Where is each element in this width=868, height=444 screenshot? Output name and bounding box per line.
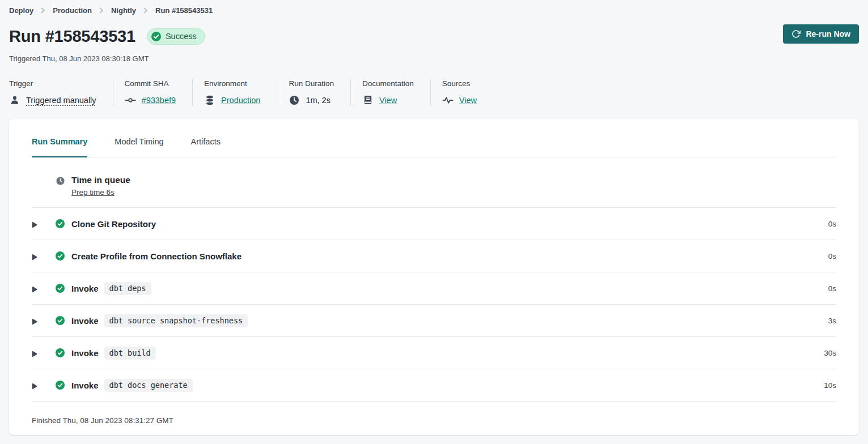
meta-commit-label: Commit SHA	[125, 79, 176, 88]
step-command-chip: dbt source snapshot-freshness	[104, 314, 248, 327]
meta-commit-sha: Commit SHA #933bef9	[125, 79, 193, 106]
run-summary-card: Run Summary Model Timing Artifacts Time …	[9, 119, 859, 435]
expand-triangle-icon[interactable]	[32, 348, 37, 360]
tab-bar: Run Summary Model Timing Artifacts	[32, 119, 836, 157]
tab-model-timing[interactable]: Model Timing	[115, 137, 163, 157]
check-circle-icon	[151, 32, 161, 41]
documentation-view-link[interactable]: View	[379, 96, 397, 105]
step-row-create-profile[interactable]: Create Profile from Connection Snowflake…	[32, 240, 836, 272]
environment-link[interactable]: Production	[221, 96, 260, 105]
step-row-docs-generate[interactable]: Invoke dbt docs generate 10s	[32, 369, 836, 402]
run-meta-row: Trigger Triggered manually Commit SHA #9…	[9, 79, 859, 106]
step-title: Clone Git Repository	[71, 219, 156, 229]
status-badge: Success	[147, 28, 205, 45]
meta-sources: Sources View	[442, 79, 493, 106]
check-circle-icon	[56, 348, 65, 357]
tab-run-summary[interactable]: Run Summary	[32, 137, 87, 157]
chevron-right-icon	[143, 7, 148, 14]
time-in-queue-row: Time in queue Prep time 6s	[32, 157, 836, 208]
step-duration: 3s	[828, 317, 836, 325]
step-duration: 10s	[824, 381, 836, 390]
meta-trigger: Trigger Triggered manually	[9, 79, 113, 106]
step-row-dbt-build[interactable]: Invoke dbt build 30s	[32, 337, 836, 369]
step-row-dbt-deps[interactable]: Invoke dbt deps 0s	[32, 272, 836, 305]
sources-view-link[interactable]: View	[459, 96, 477, 105]
meta-environment-label: Environment	[204, 79, 260, 88]
page-title: Run #158543531	[9, 27, 136, 46]
tab-artifacts[interactable]: Artifacts	[191, 137, 221, 157]
chevron-right-icon	[99, 7, 104, 14]
run-detail-page: Deploy Production Nightly Run #158543531…	[0, 0, 868, 435]
step-title: Invoke	[71, 348, 99, 358]
meta-sources-label: Sources	[442, 79, 477, 88]
triggered-timestamp: Triggered Thu, 08 Jun 2023 08:30:18 GMT	[9, 54, 859, 63]
duration-value: 1m, 2s	[306, 96, 331, 105]
expand-triangle-icon[interactable]	[32, 219, 37, 230]
meta-duration-label: Run Duration	[289, 79, 334, 88]
step-duration: 0s	[828, 220, 836, 228]
expand-triangle-icon[interactable]	[32, 251, 37, 263]
check-circle-icon	[56, 316, 65, 325]
prep-time-link[interactable]: Prep time 6s	[71, 188, 115, 197]
trigger-value[interactable]: Triggered manually	[26, 96, 96, 105]
step-title: Invoke	[71, 381, 99, 390]
meta-documentation: Documentation View	[362, 79, 431, 106]
step-duration: 30s	[824, 349, 836, 357]
meta-trigger-label: Trigger	[9, 79, 96, 88]
refresh-icon	[791, 29, 801, 39]
check-circle-icon	[56, 284, 65, 293]
breadcrumb-item-production[interactable]: Production	[53, 6, 92, 15]
step-title: Invoke	[71, 284, 99, 293]
breadcrumb-item-deploy[interactable]: Deploy	[9, 6, 33, 15]
commit-sha-link[interactable]: #933bef9	[142, 96, 176, 105]
clock-icon	[289, 95, 300, 106]
check-circle-icon	[56, 251, 65, 261]
expand-triangle-icon[interactable]	[32, 284, 37, 295]
step-command-chip: dbt docs generate	[104, 379, 193, 392]
step-command-chip: dbt deps	[104, 282, 151, 295]
breadcrumb: Deploy Production Nightly Run #158543531	[9, 6, 859, 15]
finished-timestamp: Finished Thu, 08 Jun 2023 08:31:27 GMT	[32, 402, 836, 425]
breadcrumb-item-run: Run #158543531	[155, 6, 213, 15]
git-commit-icon	[125, 95, 136, 106]
step-list: Clone Git Repository 0s Create Profile f…	[32, 208, 836, 402]
step-title: Create Profile from Connection Snowflake	[71, 251, 242, 261]
expand-triangle-icon[interactable]	[32, 381, 37, 392]
check-circle-icon	[56, 219, 65, 228]
status-badge-label: Success	[166, 32, 197, 41]
queue-clock-icon	[56, 176, 65, 186]
rerun-now-button[interactable]: Re-run Now	[783, 24, 859, 44]
breadcrumb-item-nightly[interactable]: Nightly	[111, 6, 136, 15]
step-row-clone-git[interactable]: Clone Git Repository 0s	[32, 208, 836, 240]
queue-title: Time in queue	[71, 175, 130, 185]
database-icon	[204, 95, 215, 106]
check-circle-icon	[56, 381, 65, 390]
pulse-icon	[442, 95, 454, 106]
step-row-snapshot-freshness[interactable]: Invoke dbt source snapshot-freshness 3s	[32, 305, 836, 337]
page-header: Run #158543531 Success Re-run Now	[9, 24, 859, 49]
rerun-now-label: Re-run Now	[806, 29, 850, 39]
meta-documentation-label: Documentation	[362, 79, 414, 88]
meta-environment: Environment Production	[204, 79, 277, 106]
meta-run-duration: Run Duration 1m, 2s	[289, 79, 351, 106]
step-command-chip: dbt build	[104, 347, 156, 360]
step-title: Invoke	[71, 316, 99, 326]
person-icon	[9, 95, 20, 106]
book-icon	[362, 95, 374, 106]
step-duration: 0s	[828, 252, 836, 261]
chevron-right-icon	[41, 7, 45, 14]
expand-triangle-icon[interactable]	[32, 316, 37, 327]
step-duration: 0s	[828, 284, 836, 293]
